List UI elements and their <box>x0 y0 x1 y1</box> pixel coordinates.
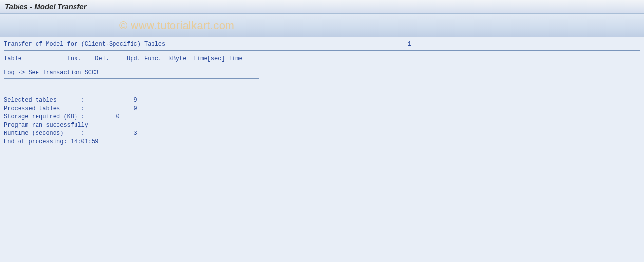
stat-program-ran: Program ran successfully <box>4 121 640 130</box>
columns-header: Table Ins. Del. Upd. Func. kByte Time[se… <box>4 52 259 65</box>
stat-storage-required: Storage required (KB) : 0 <box>4 113 640 121</box>
stat-selected-tables: Selected tables : 9 <box>4 96 640 105</box>
stats-block: Selected tables : 9 Processed tables : 9… <box>4 89 640 146</box>
stat-processed-tables: Processed tables : 9 <box>4 105 640 113</box>
stat-runtime: Runtime (seconds) : 3 <box>4 130 640 138</box>
report-header-text: Transfer of Model for (Client-Specific) … <box>4 41 165 48</box>
log-reference: Log -> See Transaction SCC3 <box>4 65 259 79</box>
report-header-row: Transfer of Model for (Client-Specific) … <box>4 37 640 51</box>
title-bar: Tables - Model Transfer <box>0 0 644 14</box>
watermark-text: © www.tutorialkart.com <box>119 19 234 32</box>
stat-end-processing: End of processing: 14:01:59 <box>4 138 640 146</box>
page-title: Tables - Model Transfer <box>5 2 87 11</box>
report-content: Transfer of Model for (Client-Specific) … <box>0 37 644 146</box>
report-page-number: 1 <box>408 41 640 48</box>
toolbar: © www.tutorialkart.com <box>0 14 644 37</box>
